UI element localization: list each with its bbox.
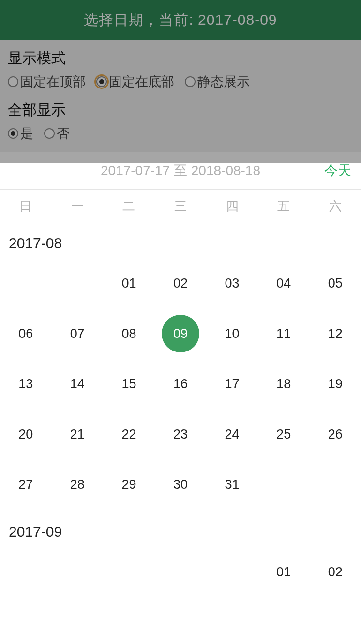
weekday-cell: 六	[309, 198, 361, 215]
day-cell[interactable]: 12	[309, 308, 361, 359]
month-section: 2017-08010203040506070809101112131415161…	[0, 223, 361, 512]
day-cell[interactable]: 15	[103, 359, 155, 409]
day-cell[interactable]: 13	[0, 359, 52, 409]
radio-icon	[8, 76, 18, 87]
show-all-label: 全部显示	[8, 100, 353, 120]
day-cell[interactable]: 02	[155, 258, 207, 308]
day-number: 06	[18, 326, 33, 341]
empty-cell	[206, 547, 258, 597]
day-number: 03	[225, 276, 240, 291]
day-number: 13	[18, 377, 33, 392]
calendar-grid: 0102	[0, 545, 361, 599]
day-cell[interactable]: 18	[258, 359, 310, 409]
day-cell[interactable]: 19	[309, 359, 361, 409]
day-number: 22	[121, 427, 136, 442]
radio-label: 是	[20, 125, 33, 142]
weekday-cell: 二	[103, 198, 155, 215]
day-number: 11	[276, 326, 291, 341]
day-number: 02	[328, 565, 343, 580]
day-cell[interactable]: 03	[206, 258, 258, 308]
empty-cell	[0, 547, 52, 597]
show-all-radio[interactable]: 否	[44, 125, 70, 142]
month-section: 2017-090102	[0, 512, 361, 599]
radio-label: 静态展示	[197, 73, 250, 90]
day-number: 14	[70, 377, 85, 392]
day-number: 18	[276, 377, 291, 392]
day-number: 01	[121, 276, 136, 291]
day-number: 12	[328, 326, 343, 341]
page-header: 选择日期，当前: 2017-08-09	[0, 0, 361, 40]
day-cell[interactable]: 16	[155, 359, 207, 409]
day-number: 29	[121, 477, 136, 492]
radio-icon	[44, 128, 55, 139]
calendar-grid: 0102030405060708091011121314151617181920…	[0, 256, 361, 512]
day-cell[interactable]: 08	[103, 308, 155, 359]
day-number: 19	[328, 377, 343, 392]
day-number: 21	[70, 427, 85, 442]
radio-icon	[185, 76, 196, 87]
day-number: 01	[276, 565, 291, 580]
settings-panel: 显示模式 固定在顶部固定在底部静态展示 全部显示 是否	[0, 40, 361, 152]
radio-icon	[8, 128, 18, 139]
display-mode-radio-group: 固定在顶部固定在底部静态展示	[8, 73, 353, 90]
day-cell[interactable]: 17	[206, 359, 258, 409]
day-number: 31	[225, 477, 240, 492]
day-cell[interactable]: 02	[309, 547, 361, 597]
show-all-radio[interactable]: 是	[8, 125, 33, 142]
day-number: 05	[328, 276, 343, 291]
weekday-cell: 五	[258, 198, 310, 215]
day-cell[interactable]: 10	[206, 308, 258, 359]
day-cell[interactable]: 31	[206, 459, 258, 510]
day-number: 16	[173, 377, 188, 392]
day-cell[interactable]: 04	[258, 258, 310, 308]
day-number: 04	[276, 276, 291, 291]
day-cell[interactable]: 09	[155, 308, 207, 359]
display-mode-radio[interactable]: 固定在底部	[96, 73, 174, 90]
day-cell[interactable]: 26	[309, 409, 361, 459]
day-cell[interactable]: 27	[0, 459, 52, 510]
day-cell[interactable]: 07	[52, 308, 104, 359]
day-cell[interactable]: 23	[155, 409, 207, 459]
day-cell[interactable]: 24	[206, 409, 258, 459]
day-number: 15	[121, 377, 136, 392]
day-number: 09	[162, 315, 199, 352]
day-cell[interactable]: 20	[0, 409, 52, 459]
day-cell[interactable]: 14	[52, 359, 104, 409]
month-title: 2017-08	[0, 223, 361, 256]
day-cell[interactable]: 05	[309, 258, 361, 308]
weekday-cell: 三	[155, 198, 207, 215]
day-number: 24	[225, 427, 240, 442]
day-number: 30	[173, 477, 188, 492]
radio-label: 固定在顶部	[20, 73, 86, 90]
radio-icon	[96, 76, 107, 87]
day-cell[interactable]: 06	[0, 308, 52, 359]
weekday-cell: 日	[0, 198, 52, 215]
weekday-header-row: 日一二三四五六	[0, 190, 361, 223]
day-cell[interactable]: 21	[52, 409, 104, 459]
day-number: 26	[328, 427, 343, 442]
day-cell[interactable]: 22	[103, 409, 155, 459]
day-cell[interactable]: 25	[258, 409, 310, 459]
months-container: 2017-08010203040506070809101112131415161…	[0, 223, 361, 599]
date-range-bar: 2017-07-17 至 2018-08-18 今天	[0, 152, 361, 190]
day-cell[interactable]: 01	[258, 547, 310, 597]
date-range-text: 2017-07-17 至 2018-08-18	[0, 161, 361, 180]
day-number: 02	[173, 276, 188, 291]
display-mode-radio[interactable]: 静态展示	[185, 73, 250, 90]
empty-cell	[52, 547, 104, 597]
empty-cell	[103, 547, 155, 597]
empty-cell	[155, 547, 207, 597]
empty-cell	[52, 258, 104, 308]
today-button[interactable]: 今天	[324, 161, 351, 180]
day-cell[interactable]: 30	[155, 459, 207, 510]
display-mode-radio[interactable]: 固定在顶部	[8, 73, 86, 90]
day-cell[interactable]: 28	[52, 459, 104, 510]
radio-label: 否	[57, 125, 70, 142]
month-title: 2017-09	[0, 512, 361, 545]
day-cell[interactable]: 11	[258, 308, 310, 359]
day-cell[interactable]: 29	[103, 459, 155, 510]
day-cell[interactable]: 01	[103, 258, 155, 308]
radio-label: 固定在底部	[109, 73, 174, 90]
day-number: 27	[18, 477, 33, 492]
day-number: 17	[225, 377, 240, 392]
